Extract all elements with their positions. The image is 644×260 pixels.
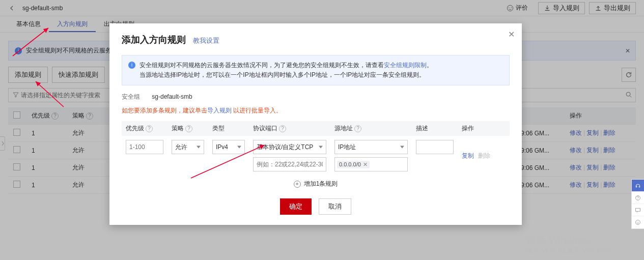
source-mode-select[interactable]: IP地址 [334, 140, 408, 154]
policy-select[interactable]: 允许 [172, 140, 204, 154]
form-header: 优先级? 策略? 类型 协议端口? 源地址? 描述 操作 [122, 121, 510, 136]
chevron-down-icon [400, 146, 404, 149]
tutorial-link[interactable]: 教我设置 [193, 36, 219, 45]
windows-activation-watermark: 激活 Windows 转到"设置"以激活 Windows。 [525, 234, 619, 255]
chevron-down-icon [197, 146, 201, 149]
right-float-toolbar [631, 179, 644, 229]
modal-actions: 确定 取消 [122, 198, 510, 215]
type-select[interactable]: IPv4 [212, 140, 245, 154]
float-feedback-icon[interactable] [632, 204, 644, 216]
port-input[interactable] [253, 157, 326, 171]
protocol-select[interactable]: 基本协议/自定义TCP [253, 140, 326, 154]
chevron-down-icon [319, 146, 323, 149]
priority-input[interactable] [126, 140, 163, 154]
add-more-row: + 增加1条规则 [122, 180, 510, 188]
svg-point-10 [636, 220, 640, 225]
row-delete-link: 删除 [478, 152, 490, 160]
confirm-button[interactable]: 确定 [280, 198, 312, 215]
svg-rect-9 [636, 208, 640, 211]
info-icon: i [128, 62, 135, 69]
plus-circle-icon: + [294, 181, 301, 188]
sg-value: sg-default-smb [152, 93, 192, 100]
modal-title: 添加入方向规则 [122, 34, 186, 46]
source-ip-input[interactable]: 0.0.0.0/0✕ [334, 157, 408, 171]
help-icon[interactable]: ? [146, 125, 153, 132]
help-icon[interactable]: ? [279, 125, 286, 132]
svg-point-8 [637, 199, 638, 199]
chip-remove-icon[interactable]: ✕ [363, 161, 368, 168]
modal-notice: i 安全组规则对不同规格的云服务器生效情况不同，为了避免您的安全组规则不生效，请… [122, 55, 510, 85]
sg-limit-link[interactable]: 安全组规则限制 [384, 62, 427, 69]
import-rules-link[interactable]: 导入规则 [207, 107, 232, 114]
cancel-button[interactable]: 取消 [319, 198, 351, 215]
float-help-icon[interactable] [632, 192, 644, 204]
svg-point-12 [638, 222, 639, 222]
help-icon[interactable]: ? [185, 125, 192, 132]
modal-close-icon[interactable]: ✕ [508, 30, 515, 39]
sg-label: 安全组 [122, 93, 140, 100]
add-one-rule-button[interactable]: + 增加1条规则 [294, 180, 338, 188]
bulk-import-tip: 如您要添加多条规则，建议单击导入规则 以进行批量导入。 [122, 106, 510, 115]
description-input[interactable] [416, 140, 454, 154]
float-smile-icon[interactable] [632, 216, 644, 228]
chevron-down-icon [237, 146, 241, 149]
ip-chip: 0.0.0.0/0✕ [337, 161, 370, 168]
help-icon[interactable]: ? [354, 125, 361, 132]
float-headset-icon[interactable] [632, 180, 644, 192]
security-group-row: 安全组 sg-default-smb [122, 93, 510, 101]
rule-form-row: 允许 IPv4 基本协议/自定义TCP IP地址 0.0.0.0/0✕ 复制删除 [122, 140, 510, 171]
add-rule-modal: ✕ 添加入方向规则 教我设置 i 安全组规则对不同规格的云服务器生效情况不同，为… [109, 23, 522, 225]
row-copy-link[interactable]: 复制 [462, 152, 474, 160]
svg-point-11 [637, 222, 637, 222]
